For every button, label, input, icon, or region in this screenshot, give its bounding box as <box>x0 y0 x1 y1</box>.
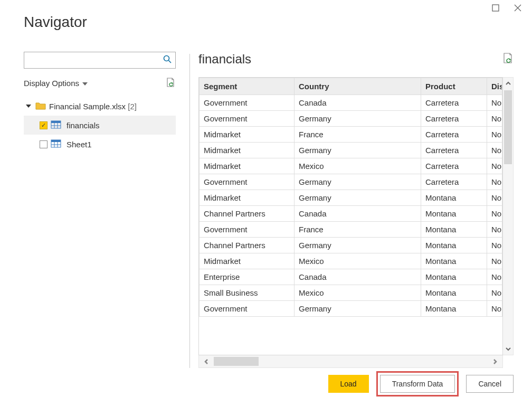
table-cell: France <box>294 127 421 143</box>
table-cell: Germany <box>294 174 421 190</box>
table-cell: Germany <box>294 111 421 127</box>
table-cell: Montana <box>421 285 487 301</box>
preview-panel: financials SegmentCountryProductDiscou G… <box>198 52 514 368</box>
table-row[interactable]: GovernmentGermanyCarreteraNo <box>200 174 502 190</box>
scroll-left-icon[interactable] <box>199 355 214 367</box>
table-cell: Montana <box>421 269 487 285</box>
table-cell: Germany <box>294 301 421 317</box>
search-icon[interactable] <box>163 54 172 66</box>
table-row[interactable]: MidmarketFranceCarreteraNo <box>200 127 502 143</box>
table-cell: No <box>487 127 502 143</box>
scroll-down-icon[interactable] <box>503 343 513 355</box>
table-row[interactable]: MidmarketMexicoMontanaNo <box>200 253 502 269</box>
panel-divider <box>189 54 190 368</box>
table-row[interactable]: GovernmentGermanyMontanaNo <box>200 301 502 317</box>
table-cell: Midmarket <box>200 190 294 206</box>
tree-root[interactable]: Financial Sample.xlsx [2] <box>24 97 176 116</box>
tree-checkbox[interactable] <box>40 140 48 148</box>
tree-collapse-icon[interactable] <box>26 105 31 108</box>
scroll-right-icon[interactable] <box>488 355 502 367</box>
table-row[interactable]: Channel PartnersCanadaMontanaNo <box>200 206 502 222</box>
cancel-button[interactable]: Cancel <box>466 375 514 393</box>
folder-icon <box>35 101 46 111</box>
display-options-dropdown[interactable]: Display Options <box>24 79 88 88</box>
window-maximize-icon[interactable] <box>491 3 500 13</box>
table-cell: Montana <box>421 238 487 253</box>
table-cell: Enterprise <box>200 269 294 285</box>
table-cell: Government <box>200 111 294 127</box>
horizontal-scroll-thumb[interactable] <box>214 357 259 366</box>
table-cell: Germany <box>294 238 421 253</box>
table-cell: Canada <box>294 95 421 111</box>
table-row[interactable]: GovernmentCanadaCarreteraNo <box>200 95 502 111</box>
vertical-scrollbar[interactable] <box>503 77 514 355</box>
table-cell: No <box>487 269 502 285</box>
table-cell: Small Business <box>200 285 294 301</box>
column-header[interactable]: Discou <box>487 78 502 95</box>
table-cell: No <box>487 190 502 206</box>
table-cell: Government <box>200 301 294 317</box>
column-header[interactable]: Product <box>421 78 487 95</box>
table-cell: Channel Partners <box>200 206 294 222</box>
table-cell: No <box>487 301 502 317</box>
table-cell: Midmarket <box>200 253 294 269</box>
refresh-preview-icon[interactable] <box>502 52 514 66</box>
table-cell: Carretera <box>421 174 487 190</box>
table-cell: Montana <box>421 206 487 222</box>
table-cell: No <box>487 143 502 158</box>
scroll-up-icon[interactable] <box>503 78 513 89</box>
table-row[interactable]: MidmarketGermanyCarreteraNo <box>200 143 502 158</box>
table-icon <box>51 139 61 149</box>
table-row[interactable]: Channel PartnersGermanyMontanaNo <box>200 238 502 253</box>
table-cell: No <box>487 174 502 190</box>
tree-item[interactable]: ✓financials <box>24 116 176 135</box>
transform-highlight: Transform Data <box>376 371 459 396</box>
table-cell: Government <box>200 222 294 238</box>
table-cell: Montana <box>421 190 487 206</box>
table-cell: Carretera <box>421 127 487 143</box>
table-row[interactable]: EnterpriseCanadaMontanaNo <box>200 269 502 285</box>
table-cell: Midmarket <box>200 127 294 143</box>
table-cell: Montana <box>421 253 487 269</box>
table-row[interactable]: GovernmentGermanyCarreteraNo <box>200 111 502 127</box>
caret-down-icon <box>82 82 88 86</box>
table-cell: Carretera <box>421 143 487 158</box>
tree-root-label: Financial Sample.xlsx [2] <box>49 102 137 111</box>
table-cell: No <box>487 285 502 301</box>
table-cell: Government <box>200 174 294 190</box>
table-cell: No <box>487 158 502 174</box>
vertical-scroll-thumb[interactable] <box>504 90 512 164</box>
table-cell: Canada <box>294 206 421 222</box>
transform-data-button[interactable]: Transform Data <box>380 375 455 393</box>
table-cell: No <box>487 222 502 238</box>
display-options-label: Display Options <box>24 79 79 88</box>
table-row[interactable]: MidmarketGermanyMontanaNo <box>200 190 502 206</box>
search-input[interactable] <box>24 52 175 68</box>
dialog-title: Navigator <box>0 0 532 31</box>
search-input-wrapper <box>24 52 176 69</box>
tree-item-label: financials <box>66 121 100 130</box>
table-cell: Government <box>200 95 294 111</box>
table-cell: Midmarket <box>200 158 294 174</box>
table-cell: Carretera <box>421 111 487 127</box>
table-cell: No <box>487 206 502 222</box>
tree-item[interactable]: Sheet1 <box>24 135 176 154</box>
navigator-left-panel: Display Options Financial Sample.xlsx [2… <box>24 52 181 368</box>
window-close-icon[interactable] <box>513 3 522 13</box>
tree-checkbox[interactable]: ✓ <box>40 121 48 129</box>
table-row[interactable]: GovernmentFranceMontanaNo <box>200 222 502 238</box>
table-row[interactable]: Small BusinessMexicoMontanaNo <box>200 285 502 301</box>
refresh-tree-icon[interactable] <box>165 77 176 89</box>
column-header[interactable]: Country <box>294 78 421 95</box>
svg-point-1 <box>164 56 169 61</box>
table-cell: Carretera <box>421 95 487 111</box>
svg-rect-8 <box>51 140 61 142</box>
horizontal-scrollbar[interactable] <box>198 355 503 368</box>
table-cell: No <box>487 238 502 253</box>
load-button[interactable]: Load <box>328 375 369 393</box>
table-icon <box>51 120 61 130</box>
table-row[interactable]: MidmarketMexicoCarreteraNo <box>200 158 502 174</box>
table-cell: Midmarket <box>200 143 294 158</box>
column-header[interactable]: Segment <box>200 78 294 95</box>
table-cell: No <box>487 111 502 127</box>
